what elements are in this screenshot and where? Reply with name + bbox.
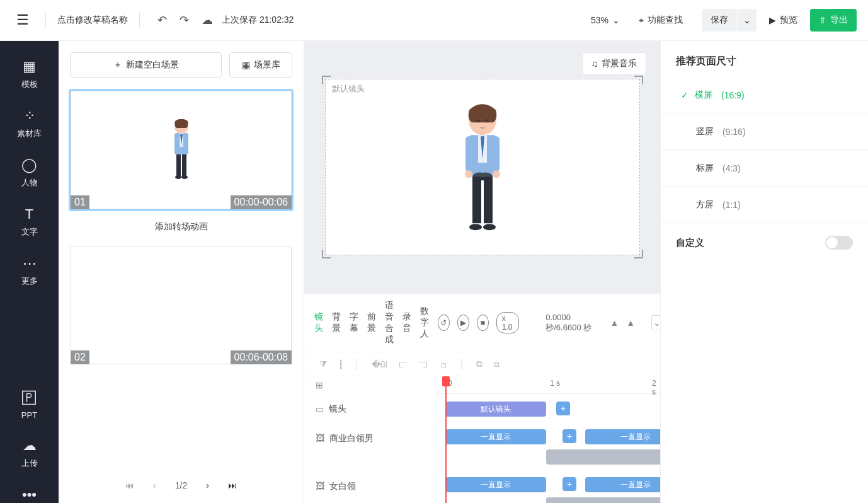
track-label-male[interactable]: 🖾商业白领男 [304, 424, 436, 472]
play-icon: ▶ [769, 15, 776, 25]
sidebar-assets[interactable]: ⁘素材库 [17, 108, 42, 139]
sidebar-text[interactable]: T文字 [21, 206, 38, 238]
chevron-down-icon: ⌄ [612, 15, 620, 25]
save-button[interactable]: 保存 [702, 9, 737, 32]
character-canvas[interactable] [455, 103, 510, 236]
clip-default-shot[interactable]: 默认镜头 [445, 402, 546, 417]
align-top-icon[interactable]: ⫏ [439, 359, 448, 369]
sidebar-overflow[interactable]: ••• [22, 487, 37, 503]
clip-talk-helpless[interactable]: 说话无奈 [546, 497, 660, 503]
size-opt-standard[interactable]: 标屏 (4:3) [661, 150, 868, 187]
tab-shot[interactable]: 镜头 [314, 311, 323, 334]
clip-always-show[interactable]: 一直显示 [445, 477, 546, 492]
scene-library-button[interactable]: ▦场景库 [229, 52, 292, 78]
clip-add-button[interactable]: + [562, 477, 576, 491]
pager-last-icon[interactable]: ⏭ [228, 480, 237, 490]
custom-size-toggle[interactable] [825, 236, 853, 250]
corner-tl [322, 76, 331, 84]
svg-point-16 [465, 170, 472, 178]
align-center-icon[interactable]: ⫍ [399, 359, 408, 369]
tl-zoom-in-icon[interactable]: ▲ [626, 318, 635, 328]
track-female[interactable]: 一直显示 + 一直显示 说话无奈 [437, 472, 660, 503]
tl-play-icon[interactable]: ▶ [457, 315, 469, 331]
sidebar-ppt[interactable]: 🄿PPT [21, 390, 37, 420]
save-status: 上次保存 21:02:32 [222, 14, 294, 26]
left-sidebar: ▦模板 ⁘素材库 ◯人物 T文字 ⋯更多 🄿PPT ☁上传 ••• [0, 41, 59, 503]
playhead[interactable] [445, 376, 447, 503]
scene-card-2[interactable]: 02 00:06-00:08 [69, 244, 294, 366]
add-transition[interactable]: 添加转场动画 [69, 221, 294, 233]
tab-foreground[interactable]: 前景 [367, 311, 376, 334]
draft-name[interactable]: 点击修改草稿名称 [57, 14, 128, 26]
clip-always-show[interactable]: 一直显示 [585, 477, 660, 492]
preview-button[interactable]: ▶ 预览 [760, 9, 806, 32]
scene-card-1[interactable]: 01 00:00-00:06 [69, 89, 294, 211]
tab-avatar[interactable]: 数字人 [420, 306, 429, 340]
track-male[interactable]: 一直显示 + 一直显示 说话.微笑.摊右手 [437, 424, 660, 472]
tl-zoom-out-icon[interactable]: ▲ [610, 318, 619, 328]
clip-add-button[interactable]: + [562, 429, 576, 443]
save-dropdown[interactable]: ⌄ [738, 9, 757, 32]
bg-music-button[interactable]: ♫背景音乐 [582, 52, 647, 75]
pager-prev-icon[interactable]: ‹ [153, 480, 156, 490]
timeline-ruler[interactable]: 0 1 s 2 s 3 s 4 s [437, 376, 660, 394]
canvas[interactable]: 默认镜头 [325, 79, 640, 255]
scene-thumb [71, 91, 292, 209]
tab-record[interactable]: 录音 [403, 311, 411, 334]
svg-rect-10 [476, 121, 481, 122]
export-button[interactable]: ⇪ 导出 [810, 9, 857, 32]
menu-icon[interactable]: ☰ [11, 9, 34, 31]
tl-speed[interactable]: x 1.0 [496, 312, 519, 333]
camera-icon: ▭ [316, 404, 324, 414]
align-right-icon[interactable]: ⫎ [419, 359, 428, 369]
tab-background[interactable]: 背景 [332, 311, 341, 334]
clip-talk-smile[interactable]: 说话.微笑.摊右手 [546, 449, 660, 465]
svg-point-22 [483, 224, 496, 230]
size-opt-square[interactable]: 方屏 (1:1) [661, 187, 868, 223]
timeline-panel: 镜头 背景 字幕 前景 语音合成 录音 数字人 ↺ ▶ ■ x 1.0 0.00… [304, 293, 660, 503]
timeline-tracks[interactable]: 0 1 s 2 s 3 s 4 s 默认镜头 + 一直显示 + 一直显示 [437, 376, 660, 503]
distribute-v-icon[interactable]: ⧈ [494, 359, 500, 369]
sidebar-upload[interactable]: ☁上传 [21, 437, 38, 469]
svg-rect-3 [176, 154, 181, 176]
redo-icon[interactable]: ↷ [173, 9, 195, 31]
cloud-sync-icon[interactable]: ☁ [195, 9, 219, 31]
track-label-shot[interactable]: ▭镜头 [304, 394, 436, 424]
clip-always-show[interactable]: 一直显示 [445, 429, 546, 444]
size-opt-landscape[interactable]: ✓ 横屏 (16:9) [661, 77, 868, 113]
undo-icon[interactable]: ↶ [151, 9, 173, 31]
grid-icon[interactable]: ⊞ [316, 380, 323, 390]
export-icon: ⇪ [819, 15, 826, 25]
size-opt-portrait[interactable]: 竖屏 (9:16) [661, 113, 868, 150]
shot-label: 默认镜头 [332, 83, 365, 95]
tab-tts[interactable]: 语音合成 [385, 300, 394, 345]
tl-stop-icon[interactable]: ■ [477, 315, 489, 331]
scene-number: 01 [71, 195, 89, 209]
pager-next-icon[interactable]: › [206, 480, 209, 490]
track-shot[interactable]: 默认镜头 + [437, 394, 660, 424]
timeline-tabs: 镜头 背景 字幕 前景 语音合成 录音 数字人 ↺ ▶ ■ x 1.0 0.00… [304, 294, 660, 352]
pager-first-icon[interactable]: ⏮ [125, 480, 134, 490]
feature-find[interactable]: ⌖ 功能查找 [639, 14, 683, 26]
tree-icon[interactable]: ┇ [338, 359, 343, 369]
sidebar-character[interactable]: ◯人物 [21, 157, 38, 188]
distribute-h-icon[interactable]: ⧉ [476, 359, 483, 369]
zoom-level[interactable]: 53% ⌄ [591, 15, 620, 25]
filter-icon[interactable]: ⧩ [319, 359, 327, 369]
new-blank-scene-button[interactable]: ＋新建空白场景 [70, 52, 222, 78]
align-left-icon[interactable]: �ūt [372, 359, 388, 369]
topbar: ☰ 点击修改草稿名称 ↶ ↷ ☁ 上次保存 21:02:32 53% ⌄ ⌖ 功… [0, 0, 868, 41]
track-label-female[interactable]: 🖾女白领 [304, 472, 436, 503]
scene-time: 00:00-00:06 [231, 195, 292, 209]
clip-always-show[interactable]: 一直显示 [585, 429, 660, 444]
rp-title: 推荐页面尺寸 [661, 55, 868, 77]
tl-time: 0.0000 秒/6.6600 秒 [545, 313, 597, 333]
tl-rewind-icon[interactable]: ↺ [438, 315, 450, 331]
tab-subtitle[interactable]: 字幕 [350, 311, 358, 334]
sidebar-templates[interactable]: ▦模板 [21, 59, 38, 90]
check-icon: ✓ [681, 90, 688, 100]
clip-add-button[interactable]: + [556, 402, 570, 415]
sidebar-more[interactable]: ⋯更多 [21, 255, 38, 287]
assets-icon: ⁘ [24, 108, 35, 124]
svg-point-5 [175, 175, 181, 179]
